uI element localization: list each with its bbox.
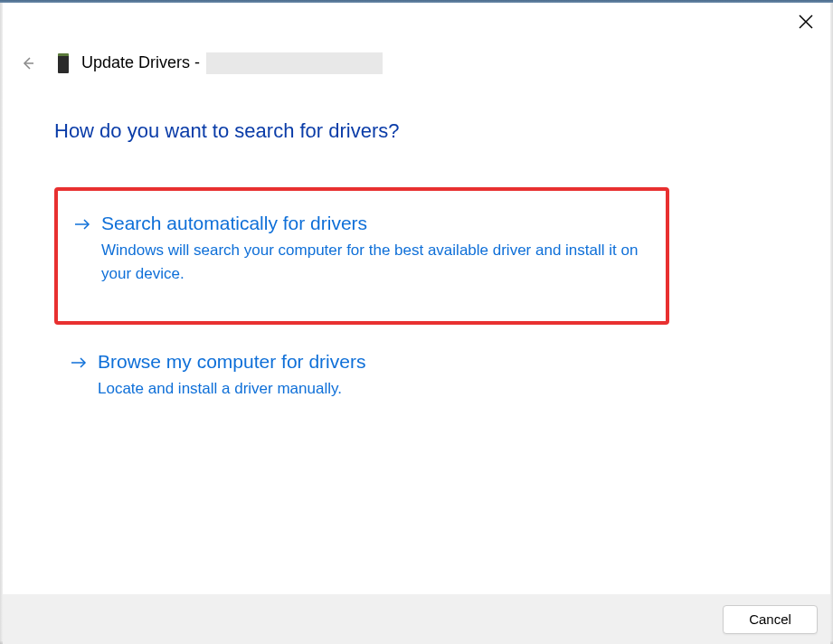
- arrow-right-icon: [71, 355, 87, 374]
- window-title-prefix: Update Drivers -: [81, 53, 200, 71]
- option-title: Browse my computer for drivers: [98, 349, 653, 374]
- arrow-left-icon: [20, 56, 34, 71]
- close-icon: [799, 14, 813, 29]
- device-name-redacted: [206, 52, 383, 74]
- option-search-automatically[interactable]: Search automatically for drivers Windows…: [54, 187, 669, 325]
- close-button[interactable]: [795, 11, 817, 33]
- window-top-border: [0, 0, 833, 3]
- dialog-footer: Cancel: [3, 594, 830, 644]
- option-title: Search automatically for drivers: [101, 211, 649, 235]
- device-icon: [58, 53, 69, 73]
- option-description: Locate and install a driver manually.: [98, 377, 653, 401]
- window-left-border: [0, 3, 3, 644]
- option-description: Windows will search your computer for th…: [101, 239, 649, 285]
- option-browse-computer[interactable]: Browse my computer for drivers Locate an…: [54, 349, 669, 417]
- arrow-right-icon: [74, 216, 90, 236]
- back-button[interactable]: [18, 54, 36, 72]
- dialog-header: Update Drivers -: [18, 52, 383, 74]
- cancel-button[interactable]: Cancel: [723, 605, 818, 634]
- main-heading: How do you want to search for drivers?: [54, 119, 400, 143]
- window-title: Update Drivers -: [81, 52, 383, 74]
